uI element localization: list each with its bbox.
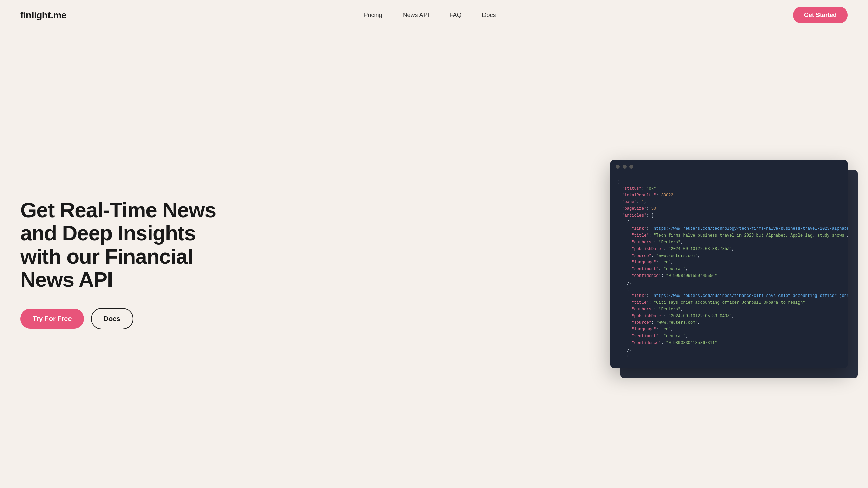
get-started-button[interactable]: Get Started xyxy=(793,7,848,23)
docs-button[interactable]: Docs xyxy=(91,308,133,329)
code-window: { "status": "ok", "totalResults": 33022,… xyxy=(610,160,848,368)
code-window-wrapper: { "status": "ok", "totalResults": 33022,… xyxy=(610,160,848,368)
logo[interactable]: finlight.me xyxy=(20,10,66,21)
hero-title: Get Real-Time News and Deep Insights wit… xyxy=(20,199,217,291)
nav-faq[interactable]: FAQ xyxy=(450,12,462,18)
nav-pricing[interactable]: Pricing xyxy=(363,12,382,18)
window-dot-yellow xyxy=(623,165,627,169)
nav-links: Pricing News API FAQ Docs xyxy=(363,12,496,19)
window-dot-red xyxy=(616,165,620,169)
hero-section: Get Real-Time News and Deep Insights wit… xyxy=(0,30,868,488)
hero-left: Get Real-Time News and Deep Insights wit… xyxy=(20,199,217,329)
window-controls xyxy=(610,160,848,174)
hero-buttons: Try For Free Docs xyxy=(20,308,217,329)
code-body: { "status": "ok", "totalResults": 33022,… xyxy=(610,174,848,368)
nav-news-api[interactable]: News API xyxy=(402,12,429,18)
navbar: finlight.me Pricing News API FAQ Docs Ge… xyxy=(0,0,868,30)
logo-text: finlight.me xyxy=(20,10,66,20)
hero-right: { "status": "ok", "totalResults": 33022,… xyxy=(231,160,848,368)
nav-docs[interactable]: Docs xyxy=(482,12,496,18)
try-free-button[interactable]: Try For Free xyxy=(20,309,84,329)
window-dot-green xyxy=(629,165,633,169)
